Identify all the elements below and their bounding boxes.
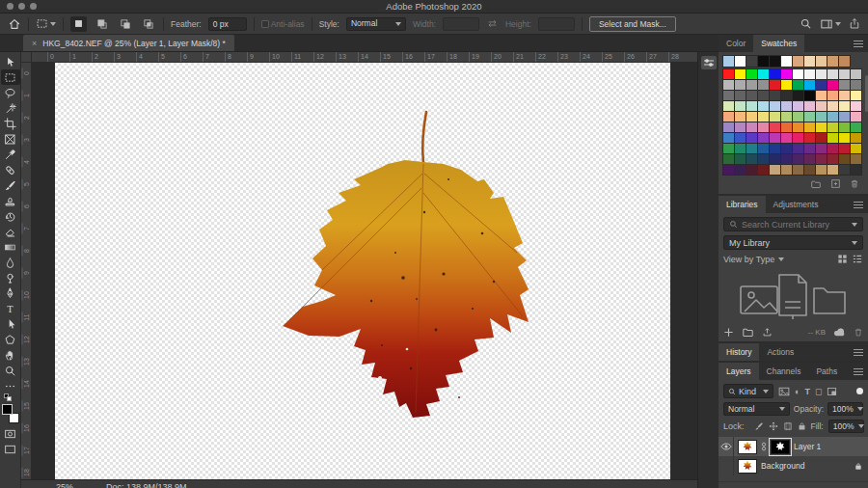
swatch[interactable] [758,133,769,143]
layer-row-layer-1[interactable]: Layer 1 [719,437,868,456]
gradient-tool[interactable] [1,239,20,255]
swatch[interactable] [781,154,792,164]
swatch[interactable] [839,112,850,122]
swatch[interactable] [793,133,803,143]
swatch-folder-icon[interactable] [810,179,822,189]
panel-menu-icon[interactable] [854,347,863,358]
spot-healing-tool[interactable] [1,162,20,177]
swatch[interactable] [793,112,803,122]
swatch[interactable] [793,144,803,153]
swatch[interactable] [851,133,861,143]
swatch[interactable] [851,144,861,153]
swatch[interactable] [735,101,746,111]
swatch[interactable] [735,133,746,143]
swatch[interactable] [723,133,734,143]
swatch[interactable] [793,69,803,79]
recent-swatch[interactable] [816,56,827,67]
swatch[interactable] [839,144,850,153]
swatch[interactable] [735,165,746,175]
swatch[interactable] [827,122,838,132]
swatch[interactable] [758,101,769,111]
swatch[interactable] [746,112,757,122]
lock-all-icon[interactable] [798,421,806,431]
swatch[interactable] [827,91,838,100]
swatch[interactable] [758,80,769,90]
brush-tool[interactable] [1,177,20,193]
swatch[interactable] [804,154,815,164]
swatch[interactable] [758,144,769,153]
swatch[interactable] [758,122,769,132]
swatch[interactable] [781,112,792,122]
swatch[interactable] [793,122,803,132]
frame-tool[interactable] [1,131,20,147]
tab-actions[interactable]: Actions [759,343,801,361]
swatch[interactable] [816,133,827,143]
swatch[interactable] [804,101,815,111]
swatch[interactable] [735,154,746,164]
swatch[interactable] [816,144,827,153]
library-folder-icon[interactable] [742,327,754,338]
swatch[interactable] [746,165,757,175]
swatch[interactable] [770,165,780,175]
add-library-item-icon[interactable] [723,327,734,338]
selection-mode-subtract[interactable] [117,16,133,32]
shape-tool[interactable] [1,332,20,347]
filtering-toggle[interactable] [856,388,863,394]
selection-mode-intersect[interactable] [140,16,156,32]
layer-thumbnail[interactable] [738,459,757,474]
select-and-mask-button[interactable]: Select and Mask... [589,16,676,32]
swatch[interactable] [723,101,734,111]
swatch[interactable] [804,80,815,90]
swatch[interactable] [793,80,803,90]
list-view-icon[interactable] [852,254,863,264]
filter-type-layers-icon[interactable]: T [804,387,810,396]
eyedropper-tool[interactable] [1,147,20,162]
close-tab-icon[interactable]: × [32,39,37,48]
foreground-color-swatch[interactable] [2,404,13,415]
filter-shape-layers-icon[interactable]: ◻ [815,387,822,396]
tab-history[interactable]: History [719,343,759,361]
swatch[interactable] [804,112,815,122]
recent-swatch[interactable] [723,56,734,67]
swatch[interactable] [839,154,850,164]
history-brush-tool[interactable] [1,208,20,224]
swatch[interactable] [770,133,780,143]
swatch[interactable] [746,122,757,132]
swatch[interactable] [816,80,827,90]
swatch[interactable] [770,122,780,132]
layer-name[interactable]: Layer 1 [794,442,821,451]
filter-adjustment-layers-icon[interactable]: ◐ [795,387,800,396]
delete-swatch-trash-icon[interactable] [850,178,859,189]
swatch[interactable] [816,112,827,122]
library-upload-icon[interactable] [762,327,773,338]
swatch[interactable] [770,112,780,122]
recent-swatch[interactable] [758,56,769,67]
recent-swatch[interactable] [827,56,838,67]
swatch[interactable] [758,91,769,100]
fill-select[interactable]: 100% [828,420,864,433]
tab-swatches[interactable]: Swatches [753,35,804,52]
eraser-tool[interactable] [1,224,20,239]
recent-swatch[interactable] [804,56,815,67]
layer-thumbnail[interactable] [738,440,757,454]
filter-smart-objects-icon[interactable] [827,387,837,396]
swatch[interactable] [827,133,838,143]
clone-stamp-tool[interactable] [1,193,20,208]
swatch[interactable] [781,91,792,100]
tab-channels[interactable]: Channels [759,363,809,380]
swatch[interactable] [851,112,861,122]
swatch[interactable] [839,91,850,100]
swatch[interactable] [851,91,861,100]
pen-tool[interactable] [1,285,20,301]
swatch[interactable] [781,69,792,79]
new-swatch-icon[interactable] [830,178,841,189]
collapsed-panel-sliders-icon[interactable] [701,56,717,69]
swatch[interactable] [723,80,734,90]
swatch[interactable] [839,133,850,143]
default-colors-icon[interactable] [3,393,18,401]
recent-swatch[interactable] [735,56,746,67]
swatch[interactable] [746,80,757,90]
home-icon[interactable] [8,17,21,31]
feather-input[interactable]: 0 px [208,17,247,31]
workspace-switcher[interactable] [820,18,841,30]
